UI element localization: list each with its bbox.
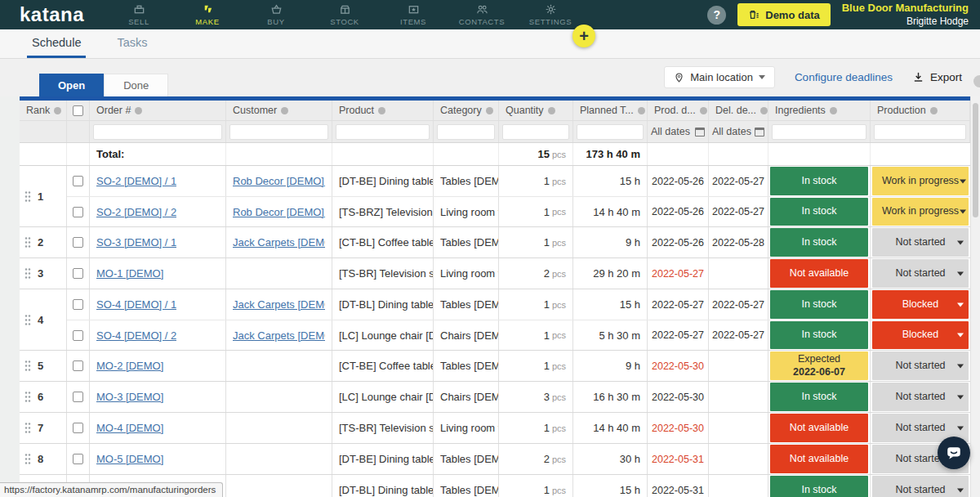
- nav-item-settings[interactable]: SETTINGS: [516, 0, 585, 29]
- filter-production-input[interactable]: [874, 124, 966, 140]
- filter-customer-input[interactable]: [229, 124, 328, 140]
- production-status-dropdown[interactable]: Not started: [872, 383, 969, 411]
- header-customer[interactable]: Customer: [226, 101, 332, 120]
- filter-category-input[interactable]: [437, 124, 495, 140]
- chat-launcher[interactable]: [938, 437, 970, 469]
- drag-handle-icon[interactable]: [24, 453, 31, 465]
- drag-handle-icon[interactable]: [24, 422, 31, 434]
- ingredients-cell: In stock: [768, 227, 871, 257]
- help-button[interactable]: ?: [707, 6, 726, 25]
- filter-product-input[interactable]: [336, 124, 430, 140]
- customer-link[interactable]: Rob Decor [DEMO] (SO-2): [233, 206, 325, 218]
- production-status-dropdown[interactable]: Work in progress: [872, 198, 969, 226]
- filter-ingredients-input[interactable]: [772, 124, 866, 140]
- scrollbar-thumb[interactable]: [973, 103, 978, 217]
- order-link[interactable]: SO-3 [DEMO] / 1: [96, 236, 176, 248]
- drag-handle-icon[interactable]: [24, 360, 31, 372]
- header-del-deadline[interactable]: Del. de...: [709, 101, 768, 120]
- drag-handle-icon[interactable]: [24, 236, 31, 248]
- drag-handle-icon[interactable]: [24, 267, 31, 280]
- drag-handle-icon[interactable]: [24, 314, 31, 326]
- customer-link[interactable]: Jack Carpets [DEMO] (SO-3): [233, 236, 325, 248]
- production-status-dropdown[interactable]: Not started: [872, 228, 969, 257]
- nav-item-buy[interactable]: BUY: [242, 0, 310, 29]
- order-link[interactable]: MO-1 [DEMO]: [96, 267, 163, 280]
- nav-item-sell[interactable]: SELL: [105, 0, 173, 29]
- order-link[interactable]: SO-4 [DEMO] / 1: [96, 298, 176, 311]
- ingredients-cell: In stock: [768, 166, 871, 196]
- drag-handle-icon[interactable]: [24, 391, 31, 403]
- production-status-dropdown[interactable]: Work in progress: [872, 167, 969, 195]
- add-new-button[interactable]: +: [572, 25, 595, 47]
- header-rank[interactable]: Rank: [20, 101, 67, 120]
- order-link[interactable]: SO-4 [DEMO] / 2: [96, 329, 176, 342]
- production-status-dropdown[interactable]: Not started: [872, 259, 969, 288]
- filter-quantity-input[interactable]: [502, 124, 569, 140]
- row-checkbox[interactable]: [73, 268, 83, 279]
- chevron-down-icon: [957, 488, 964, 492]
- order-link[interactable]: MO-3 [DEMO]: [96, 391, 163, 403]
- header-prod-deadline[interactable]: Prod. d...: [648, 101, 709, 120]
- filter-del-date[interactable]: All dates: [712, 126, 764, 137]
- planned-time-cell: 9 h: [573, 227, 648, 257]
- rank-number: 7: [38, 422, 43, 434]
- production-status-dropdown[interactable]: Blocked: [872, 290, 969, 319]
- select-all-checkbox[interactable]: [73, 105, 83, 116]
- order-link[interactable]: SO-2 [DEMO] / 2: [96, 206, 176, 218]
- row-checkbox[interactable]: [73, 207, 83, 217]
- nav-item-stock[interactable]: STOCK: [310, 0, 379, 29]
- prod-deadline-cell: 2022-05-30: [648, 351, 709, 381]
- vertical-scrollbar[interactable]: [970, 96, 980, 497]
- header-production[interactable]: Production: [871, 101, 970, 120]
- location-select[interactable]: Main location: [664, 66, 775, 88]
- header-product[interactable]: Product: [332, 101, 434, 120]
- order-cell: MO-4 [DEMO]: [90, 413, 226, 443]
- customer-cell: Jack Carpets [DEMO] (SO-4): [226, 320, 332, 350]
- nav-item-contacts[interactable]: CONTACTS: [448, 0, 516, 29]
- demo-data-button[interactable]: Demo data: [737, 3, 830, 26]
- customer-link[interactable]: Jack Carpets [DEMO] (SO-4): [233, 329, 325, 342]
- row-checkbox[interactable]: [73, 299, 83, 310]
- row-checkbox[interactable]: [73, 176, 83, 186]
- row-checkbox[interactable]: [73, 423, 83, 433]
- customer-cell: [226, 475, 332, 497]
- order-link[interactable]: MO-4 [DEMO]: [96, 422, 163, 434]
- filter-planned-input[interactable]: [577, 124, 644, 140]
- header-category[interactable]: Category: [434, 101, 499, 120]
- row-checkbox[interactable]: [73, 360, 83, 371]
- customer-link[interactable]: Jack Carpets [DEMO] (SO-4): [233, 298, 325, 311]
- row-checkbox[interactable]: [73, 330, 83, 341]
- prod-deadline-cell: 2022-05-31: [648, 444, 709, 474]
- row-checkbox[interactable]: [73, 454, 83, 464]
- edge-help-icon[interactable]: [973, 75, 980, 87]
- nav-item-items[interactable]: ITEMS: [379, 0, 448, 29]
- subtab-done[interactable]: Done: [104, 74, 168, 96]
- filter-order-input[interactable]: [93, 124, 222, 140]
- configure-deadlines-link[interactable]: Configure deadlines: [795, 71, 893, 83]
- account-info[interactable]: Blue Door Manufacturing Brigitte Hodge: [842, 2, 970, 27]
- production-status-dropdown[interactable]: Not started: [872, 476, 969, 497]
- tab-tasks[interactable]: Tasks: [112, 29, 152, 58]
- filter-prod-date[interactable]: All dates: [651, 126, 705, 137]
- header-ingredients[interactable]: Ingredients: [768, 101, 871, 120]
- subtab-open[interactable]: Open: [39, 74, 104, 96]
- order-link[interactable]: MO-2 [DEMO]: [96, 360, 163, 372]
- tab-schedule[interactable]: Schedule: [27, 29, 86, 58]
- header-quantity[interactable]: Quantity: [499, 101, 573, 120]
- production-status-dropdown[interactable]: Blocked: [872, 321, 969, 349]
- header-planned-time[interactable]: Planned T...: [573, 101, 648, 120]
- header-order[interactable]: Order #: [90, 101, 226, 120]
- chevron-down-icon: [759, 75, 765, 79]
- export-button[interactable]: Export: [912, 71, 962, 83]
- row-checkbox[interactable]: [73, 392, 83, 402]
- order-link[interactable]: SO-2 [DEMO] / 1: [96, 175, 176, 187]
- ingredients-cell: In stock: [768, 197, 871, 226]
- customer-link[interactable]: Rob Decor [DEMO] (SO-2): [233, 175, 325, 187]
- production-status-dropdown[interactable]: Not started: [872, 351, 969, 380]
- drag-handle-icon[interactable]: [24, 190, 31, 203]
- quantity-cell: 1pcs: [499, 166, 573, 196]
- order-link[interactable]: MO-5 [DEMO]: [96, 453, 163, 465]
- del-deadline-cell: 2022-05-27: [709, 289, 768, 320]
- nav-item-make[interactable]: MAKE: [173, 0, 242, 29]
- row-checkbox[interactable]: [73, 237, 83, 248]
